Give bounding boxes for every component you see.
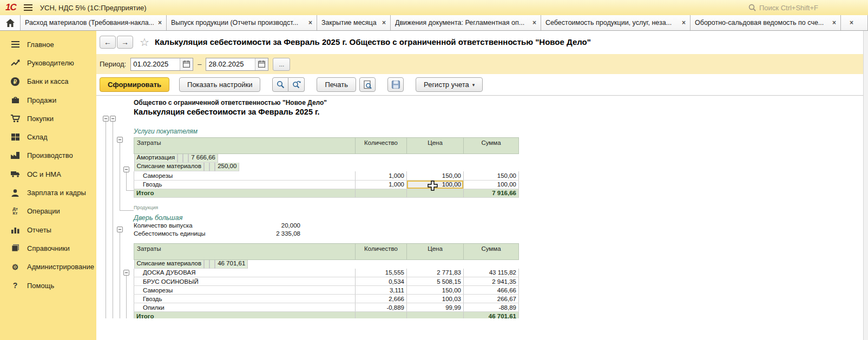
chevron-down-icon: ▾ — [472, 82, 475, 88]
svg-text:₽: ₽ — [14, 78, 17, 84]
sidebar-item-proizvodstvo[interactable]: Производство — [0, 146, 96, 165]
person-icon — [10, 188, 21, 198]
sidebar-item-administrirovanie[interactable]: ⚙ Администрирование — [0, 258, 96, 276]
home-icon — [6, 19, 15, 27]
tab-dvizheniya-dokumenta[interactable]: Движения документа: Регламентная оп... × — [391, 15, 541, 30]
save-icon — [392, 81, 400, 89]
tree-collapse-button[interactable] — [103, 116, 109, 122]
product-name: Дверь большая — [134, 214, 863, 222]
close-icon[interactable]: × — [832, 19, 836, 26]
tree-line — [120, 143, 120, 210]
sales-bag-icon — [10, 95, 21, 105]
table-header-row: Затраты Количество Цена Сумма — [134, 243, 519, 259]
tree-collapse-button[interactable] — [117, 137, 123, 143]
save-button[interactable] — [387, 77, 404, 92]
table-row[interactable]: Амортизация 7 666,66 — [134, 154, 356, 163]
search-placeholder: Поиск Ctrl+Shift+F — [759, 4, 818, 12]
global-search-input[interactable]: Поиск Ctrl+Shift+F — [746, 2, 863, 13]
table-row[interactable]: Гвоздь 1,000 100,00 100,00 — [134, 180, 519, 189]
report-org-name: Общество с ограниченной ответственностью… — [134, 96, 863, 106]
period-from-field — [130, 58, 193, 71]
unit-cost-row: Себестоимость единицы 2 335,08 — [134, 230, 300, 238]
trend-chart-icon — [10, 58, 21, 68]
tab-rashod-materialov[interactable]: Расход материалов (Требования-накла... × — [21, 15, 167, 30]
find-button[interactable] — [272, 77, 288, 92]
tab-partial[interactable]: × — [841, 15, 868, 30]
close-icon[interactable]: × — [850, 19, 853, 26]
tree-line — [120, 210, 134, 211]
output-quantity-row: Количество выпуска 20,000 — [134, 222, 300, 230]
cart-icon — [10, 114, 21, 123]
period-to-input[interactable] — [206, 58, 255, 70]
period-row: Период: – ... — [96, 54, 863, 74]
tab-zakrytie-mesyaca[interactable]: Закрытие месяца × — [317, 15, 391, 30]
tree-line — [106, 122, 106, 318]
tree-line — [126, 172, 127, 190]
tree-line — [126, 276, 127, 318]
section-services-label: Услуги покупателям — [134, 128, 863, 135]
close-icon[interactable]: × — [308, 19, 312, 26]
find-next-button[interactable] — [288, 77, 305, 92]
vertical-scrollbar[interactable] — [863, 31, 868, 340]
period-more-button[interactable]: ... — [273, 58, 290, 71]
generate-button[interactable]: Сформировать — [100, 77, 169, 92]
period-from-input[interactable] — [131, 58, 180, 70]
calendar-icon[interactable] — [255, 58, 268, 70]
sidebar-item-spravochniki[interactable]: Справочники — [0, 239, 96, 257]
table-row[interactable]: Опилки -0,889 99,99 -88,89 — [134, 303, 519, 312]
search-refresh-icon — [292, 81, 301, 89]
sidebar-item-pokupki[interactable]: Покупки — [0, 109, 96, 128]
favorite-star-icon[interactable]: ☆ — [140, 36, 149, 49]
report-toolbar: Сформировать Показать настройки Печать — [96, 74, 863, 96]
show-settings-button[interactable]: Показать настройки — [179, 77, 260, 92]
register-menu-button[interactable]: Регистр учета ▾ — [416, 77, 483, 92]
close-icon[interactable]: × — [158, 19, 162, 26]
sidebar-item-operacii[interactable]: ДтКт Операции — [0, 202, 96, 221]
tree-collapse-button[interactable] — [123, 166, 129, 172]
truck-icon — [10, 169, 21, 179]
sidebar-item-os-i-nma[interactable]: ОС и НМА — [0, 165, 96, 183]
close-icon[interactable]: × — [682, 19, 686, 26]
navigation-row: ← → ☆ Калькуляция себестоимости за Февра… — [96, 31, 863, 53]
sidebar-item-zarplata-i-kadry[interactable]: Зарплата и кадры — [0, 183, 96, 202]
back-button[interactable]: ← — [100, 36, 116, 49]
menu-icon — [10, 39, 21, 49]
table-row[interactable]: Гвоздь 2,666 100,03 266,67 — [134, 295, 519, 303]
sidebar-item-bank-i-kassa[interactable]: ₽ Банк и касса — [0, 72, 96, 91]
tab-bar: Расход материалов (Требования-накла... ×… — [0, 15, 868, 31]
tree-line — [126, 190, 134, 191]
table-row[interactable]: ДОСКА ДУБОВАЯ 15,555 2 771,83 43 115,82 — [134, 269, 519, 277]
table-row[interactable]: Списание материалов 250,00 — [134, 163, 356, 171]
sidebar-item-rukovoditelyu[interactable]: Руководителю — [0, 54, 96, 72]
main-menu-icon[interactable] — [24, 4, 32, 11]
tab-oborotno-saldovaya[interactable]: Оборотно-сальдовая ведомость по сче... × — [691, 15, 841, 30]
report-title: Калькуляция себестоимости за Февраль 202… — [134, 108, 863, 116]
tab-sebestoimost[interactable]: Себестоимость продукции, услуг, неза... … — [541, 15, 691, 30]
home-tab[interactable] — [0, 15, 21, 30]
sidebar-item-sklad[interactable]: Склад — [0, 128, 96, 146]
table-row[interactable]: БРУС ОСИНОВЫЙ 0,534 5 508,15 2 941,35 — [134, 277, 519, 286]
close-icon[interactable]: × — [382, 19, 386, 26]
sidebar-item-prodazhi[interactable]: Продажи — [0, 91, 96, 109]
print-button[interactable]: Печать — [317, 77, 356, 92]
print-preview-button[interactable] — [359, 77, 376, 92]
sidebar: Главное Руководителю ₽ Банк и касса Прод… — [0, 31, 96, 340]
table-row[interactable]: Саморезы 1,000 150,00 150,00 — [134, 171, 519, 180]
search-icon — [748, 4, 756, 11]
sidebar-item-otchety[interactable]: Отчеты — [0, 221, 96, 239]
forward-button[interactable]: → — [117, 36, 133, 49]
sidebar-item-glavnoe[interactable]: Главное — [0, 35, 96, 54]
tab-vypusk-produkcii[interactable]: Выпуск продукции (Отчеты производст... × — [167, 15, 317, 30]
table-total-row[interactable]: Итого 7 916,66 — [134, 189, 519, 197]
tree-collapse-button[interactable] — [123, 270, 129, 276]
sidebar-item-pomosch[interactable]: ? Помощь — [0, 276, 96, 295]
table-total-row[interactable]: Итого 46 701,61 — [134, 312, 519, 319]
table-row[interactable]: Списание материалов 46 701,61 — [134, 260, 356, 269]
calendar-icon[interactable] — [180, 58, 193, 70]
table-row[interactable]: Саморезы 3,111 150,00 466,66 — [134, 286, 519, 295]
close-icon[interactable]: × — [532, 19, 536, 26]
debit-credit-icon: ДтКт — [10, 206, 21, 216]
search-icon — [277, 81, 285, 89]
tree-collapse-button[interactable] — [110, 116, 116, 122]
tree-collapse-button[interactable] — [117, 226, 123, 232]
